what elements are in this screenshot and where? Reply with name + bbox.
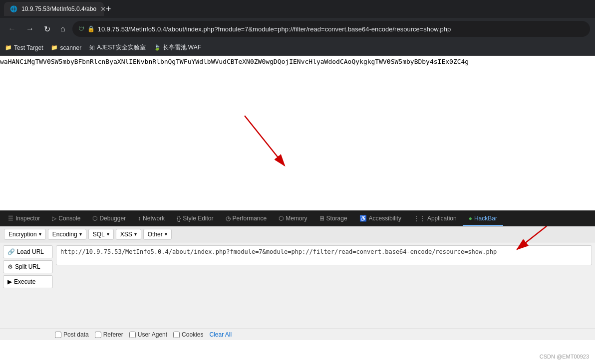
- style-editor-icon: {}: [177, 215, 181, 222]
- sql-dropdown[interactable]: SQL: [88, 229, 114, 240]
- bookmark-test-target[interactable]: 📁 Test Target: [5, 44, 43, 51]
- bookmark-label: 长亭雷池 WAF: [163, 43, 202, 52]
- other-label: Other: [148, 231, 163, 238]
- tab-accessibility[interactable]: ♿ Accessibility: [353, 212, 407, 226]
- user-agent-checkbox[interactable]: [129, 332, 136, 338]
- bookmarks-bar: 📁 Test Target 📁 scanner 知 AJEST安全实验室 🍃 长…: [0, 40, 595, 56]
- tab-console[interactable]: ▷ Console: [46, 212, 86, 226]
- user-agent-checkbox-label[interactable]: User Agent: [129, 331, 167, 338]
- browser-toolbar: ← → ↻ ⌂ 🛡 🔒 10.9.75.53/MetInfo5.0.4/abou…: [0, 18, 595, 40]
- browser-titlebar: 🌐 10.9.75.53/MetInfo5.0.4/abo ✕ +: [0, 0, 595, 18]
- devtools-tabs: ☰ Inspector ▷ Console ⬡ Debugger ↕ Netwo…: [0, 210, 595, 226]
- home-button[interactable]: ⌂: [57, 22, 68, 35]
- address-bar[interactable]: 🛡 🔒 10.9.75.53/MetInfo5.0.4/about/index.…: [72, 21, 590, 37]
- load-url-button[interactable]: 🔗 Load URL: [3, 245, 53, 258]
- application-icon: ⋮⋮: [413, 215, 425, 222]
- execute-button[interactable]: ▶ Execute: [3, 275, 53, 288]
- xss-label: XSS: [120, 231, 132, 238]
- tab-memory[interactable]: ⬡ Memory: [273, 212, 313, 226]
- hackbar-footer: Post data Referer User Agent Cookies Cle…: [0, 329, 595, 340]
- inspector-icon: ☰: [8, 215, 13, 222]
- execute-icon: ▶: [7, 278, 12, 285]
- referer-checkbox-label[interactable]: Referer: [95, 331, 123, 338]
- bookmark-label: Test Target: [14, 44, 43, 51]
- shield-icon: 🛡: [78, 25, 84, 32]
- url-value-text: http://10.9.75.53/MetInfo5.0.4/about/ind…: [60, 248, 497, 255]
- back-button[interactable]: ←: [5, 22, 19, 35]
- ajest-icon: 知: [89, 44, 95, 51]
- other-dropdown[interactable]: Other: [143, 229, 172, 240]
- tab-favicon: 🌐: [10, 5, 17, 12]
- bookmark-ajest[interactable]: 知 AJEST安全实验室: [89, 43, 145, 52]
- encoding-label: Encoding: [52, 231, 77, 238]
- encryption-dropdown[interactable]: Encryption: [4, 229, 46, 240]
- tab-bar: 🌐 10.9.75.53/MetInfo5.0.4/abo ✕ +: [4, 2, 111, 16]
- split-url-button[interactable]: ⚙ Split URL: [3, 260, 53, 273]
- bookmark-label: scanner: [60, 44, 81, 51]
- page-content-area: waHANCiMgTWV0SW5mbyBFbnRlcnByaXNlIENvbnR…: [0, 56, 595, 210]
- hackbar-dot-icon: ●: [469, 215, 472, 222]
- tab-title: 10.9.75.53/MetInfo5.0.4/abo: [21, 5, 96, 12]
- devtools-panel: ☰ Inspector ▷ Console ⬡ Debugger ↕ Netwo…: [0, 210, 595, 340]
- new-tab-button[interactable]: +: [106, 4, 111, 14]
- network-icon: ↕: [138, 215, 141, 222]
- folder-icon: 📁: [5, 44, 12, 51]
- page-text: waHANCiMgTWV0SW5mbyBFbnRlcnByaXNlIENvbnR…: [0, 56, 595, 67]
- annotation-arrow-1: [0, 56, 595, 210]
- accessibility-icon: ♿: [359, 215, 367, 222]
- hackbar-sidebar: 🔗 Load URL ⚙ Split URL ▶ Execute: [3, 245, 53, 326]
- tab-style-editor[interactable]: {} Style Editor: [171, 212, 219, 226]
- cookies-checkbox-label[interactable]: Cookies: [173, 331, 203, 338]
- watermark: CSDN @EMT00923: [540, 353, 589, 360]
- split-url-icon: ⚙: [7, 263, 13, 270]
- reload-button[interactable]: ↻: [41, 22, 53, 36]
- performance-icon: ◷: [226, 215, 231, 222]
- xss-dropdown[interactable]: XSS: [116, 229, 141, 240]
- url-input[interactable]: http://10.9.75.53/MetInfo5.0.4/about/ind…: [56, 245, 592, 265]
- url-display: 10.9.75.53/MetInfo5.0.4/about/index.php?…: [98, 25, 451, 33]
- tab-hackbar[interactable]: ● HackBar: [463, 212, 503, 226]
- load-url-icon: 🔗: [7, 248, 15, 255]
- hackbar-toolbar: Encryption Encoding SQL XSS Other: [0, 226, 595, 242]
- encoding-dropdown[interactable]: Encoding: [48, 229, 86, 240]
- sql-label: SQL: [93, 231, 105, 238]
- post-data-checkbox-label[interactable]: Post data: [55, 331, 89, 338]
- folder-icon: 📁: [51, 44, 58, 51]
- tab-performance[interactable]: ◷ Performance: [220, 212, 273, 226]
- debugger-icon: ⬡: [92, 215, 97, 222]
- cookies-checkbox[interactable]: [173, 332, 180, 338]
- tab-network[interactable]: ↕ Network: [132, 212, 171, 226]
- post-data-checkbox[interactable]: [55, 332, 61, 338]
- console-icon: ▷: [52, 215, 56, 222]
- active-tab[interactable]: 🌐 10.9.75.53/MetInfo5.0.4/abo ✕: [4, 2, 104, 16]
- forward-button[interactable]: →: [23, 22, 37, 35]
- tab-debugger[interactable]: ⬡ Debugger: [86, 212, 132, 226]
- tab-application[interactable]: ⋮⋮ Application: [407, 212, 463, 226]
- memory-icon: ⬡: [279, 215, 284, 222]
- storage-icon: ⊞: [319, 215, 324, 222]
- tab-inspector[interactable]: ☰ Inspector: [2, 212, 46, 226]
- svg-line-1: [245, 116, 285, 166]
- tab-storage[interactable]: ⊞ Storage: [313, 212, 353, 226]
- bookmark-waf[interactable]: 🍃 长亭雷池 WAF: [154, 43, 202, 52]
- hackbar-body: 🔗 Load URL ⚙ Split URL ▶ Execute http://…: [0, 242, 595, 329]
- lock-icon: 🔒: [87, 25, 95, 32]
- bookmark-scanner[interactable]: 📁 scanner: [51, 44, 81, 51]
- hackbar-panel: Encryption Encoding SQL XSS Other 🔗 Load…: [0, 226, 595, 340]
- referer-checkbox[interactable]: [95, 332, 101, 338]
- clear-all-button[interactable]: Clear All: [209, 331, 232, 338]
- bookmark-label: AJEST安全实验室: [97, 43, 145, 52]
- leaf-icon: 🍃: [154, 44, 161, 51]
- hackbar-main: http://10.9.75.53/MetInfo5.0.4/about/ind…: [56, 245, 592, 326]
- encryption-label: Encryption: [8, 231, 37, 238]
